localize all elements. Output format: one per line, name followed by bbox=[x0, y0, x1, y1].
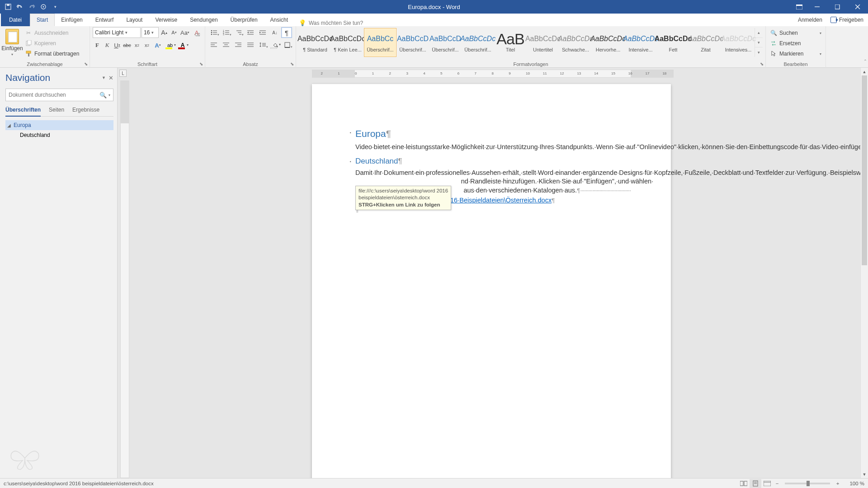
nav-search-input[interactable] bbox=[9, 92, 99, 98]
print-layout-icon[interactable] bbox=[750, 479, 761, 488]
style-item[interactable]: AaBbCcDcHervorhe... bbox=[592, 28, 624, 57]
nav-heading-europa[interactable]: ◢Europa bbox=[5, 120, 113, 130]
tab-verweise[interactable]: Verweise bbox=[149, 14, 184, 26]
style-item[interactable]: AaBbCcDcUntertitel bbox=[527, 28, 559, 57]
style-item[interactable]: AaBTitel bbox=[494, 28, 527, 57]
style-item[interactable]: AaBbCcDcZitat bbox=[689, 28, 722, 57]
dialog-launcher-icon[interactable]: ⬊ bbox=[83, 61, 89, 67]
shading-button[interactable]: ▾ bbox=[269, 40, 281, 50]
scroll-thumb[interactable] bbox=[862, 75, 867, 265]
zoom-out-button[interactable]: − bbox=[773, 481, 781, 486]
tab-einfuegen[interactable]: Einfügen bbox=[55, 14, 89, 26]
style-item[interactable]: AaBbCcDcÜberschrif... bbox=[462, 28, 494, 57]
clear-formatting-button[interactable]: A⌫ bbox=[191, 27, 202, 38]
style-item[interactable]: AaBbCcDÜberschrif... bbox=[429, 28, 462, 57]
underline-button[interactable]: U▾ bbox=[113, 40, 122, 51]
grow-font-button[interactable]: A▴ bbox=[160, 27, 169, 38]
sort-button[interactable]: A↓ bbox=[269, 28, 281, 38]
bullets-button[interactable]: ▾ bbox=[208, 28, 220, 38]
strikethrough-button[interactable]: abc bbox=[123, 40, 132, 51]
minimize-button[interactable] bbox=[807, 0, 827, 14]
show-hide-marks-button[interactable]: ¶ bbox=[281, 27, 292, 38]
nav-tab-pages[interactable]: Seiten bbox=[49, 107, 64, 116]
copy-button[interactable]: Kopieren bbox=[24, 38, 87, 48]
format-painter-button[interactable]: Format übertragen bbox=[24, 49, 87, 59]
tab-ueberpruefen[interactable]: Überprüfen bbox=[224, 14, 264, 26]
style-item[interactable]: AaBbCcDcFett bbox=[657, 28, 689, 57]
save-icon[interactable] bbox=[3, 1, 14, 12]
style-item[interactable]: AaBbCcDÜberschrif... bbox=[396, 28, 429, 57]
zoom-level[interactable]: 100 % bbox=[842, 481, 864, 486]
zoom-slider-thumb[interactable] bbox=[807, 481, 810, 486]
line-spacing-button[interactable]: ▾ bbox=[257, 40, 269, 50]
style-item[interactable]: AaBbCcDcSchwache... bbox=[559, 28, 592, 57]
increase-indent-button[interactable] bbox=[257, 28, 269, 38]
tab-entwurf[interactable]: Entwurf bbox=[89, 14, 120, 26]
qat-customize-icon[interactable]: ▾ bbox=[50, 1, 61, 12]
ribbon-display-options-icon[interactable] bbox=[792, 0, 807, 14]
horizontal-ruler[interactable]: 210123456789101112131415161718 bbox=[312, 70, 674, 78]
share-button[interactable]: Freigeben bbox=[830, 17, 863, 23]
justify-button[interactable] bbox=[245, 40, 256, 50]
zoom-in-button[interactable]: + bbox=[834, 481, 842, 486]
bold-button[interactable]: F bbox=[93, 40, 102, 51]
zoom-slider[interactable] bbox=[785, 483, 830, 484]
web-layout-icon[interactable] bbox=[761, 479, 773, 488]
font-color-button[interactable]: A▾ bbox=[177, 40, 189, 50]
cut-button[interactable]: ✂Ausschneiden bbox=[24, 28, 87, 38]
document-page[interactable]: Europa¶ Video·bietet·eine·leistungsstark… bbox=[312, 84, 671, 488]
redo-icon[interactable] bbox=[26, 1, 37, 12]
nav-options-icon[interactable]: ▼ bbox=[102, 75, 106, 80]
tab-start[interactable]: Start bbox=[30, 14, 55, 26]
align-left-button[interactable] bbox=[208, 40, 220, 50]
nav-heading-deutschland[interactable]: Deutschland bbox=[5, 130, 113, 140]
dialog-launcher-icon[interactable]: ⬊ bbox=[289, 61, 295, 67]
font-name-combo[interactable]: Calibri Light▾ bbox=[93, 27, 141, 38]
style-item[interactable]: AaBbCcÜberschrif... bbox=[364, 28, 396, 57]
vertical-scrollbar[interactable]: ▲ ▼ bbox=[860, 68, 868, 478]
scroll-down-icon[interactable]: ▼ bbox=[861, 470, 868, 478]
file-tab[interactable]: Datei bbox=[1, 14, 30, 26]
read-mode-icon[interactable] bbox=[738, 479, 750, 488]
style-item[interactable]: AaBbCcDc¶ Kein Lee... bbox=[331, 28, 364, 57]
dialog-launcher-icon[interactable]: ⬊ bbox=[759, 61, 764, 67]
text-effects-button[interactable]: A▾ bbox=[152, 40, 163, 51]
change-case-button[interactable]: Aa▾ bbox=[179, 27, 190, 38]
replace-button[interactable]: Ersetzen bbox=[769, 38, 823, 48]
italic-button[interactable]: K bbox=[103, 40, 112, 51]
scroll-up-icon[interactable]: ▲ bbox=[861, 68, 868, 75]
search-icon[interactable]: 🔍 bbox=[99, 92, 107, 99]
tab-ansicht[interactable]: Ansicht bbox=[264, 14, 294, 26]
styles-more-button[interactable]: ▴▾▾ bbox=[755, 28, 763, 57]
align-right-button[interactable] bbox=[232, 40, 244, 50]
collapse-ribbon-icon[interactable]: ˆ bbox=[864, 59, 866, 66]
tab-sendungen[interactable]: Sendungen bbox=[184, 14, 224, 26]
style-item[interactable]: AaBbCcDc¶ Standard bbox=[299, 28, 331, 57]
maximize-button[interactable] bbox=[827, 0, 848, 14]
search-options-icon[interactable]: ▾ bbox=[108, 93, 110, 97]
tell-me-search[interactable]: 💡 Was möchten Sie tun? bbox=[299, 19, 363, 26]
highlight-button[interactable]: ab▾ bbox=[164, 40, 176, 50]
nav-tab-headings[interactable]: Überschriften bbox=[5, 107, 41, 117]
tab-layout[interactable]: Layout bbox=[120, 14, 149, 26]
multilevel-list-button[interactable]: ▾ bbox=[232, 28, 244, 38]
dialog-launcher-icon[interactable]: ⬊ bbox=[198, 61, 204, 67]
shrink-font-button[interactable]: A▾ bbox=[170, 27, 179, 38]
decrease-indent-button[interactable] bbox=[245, 28, 256, 38]
select-button[interactable]: Markieren▾ bbox=[769, 49, 823, 59]
touch-mode-icon[interactable] bbox=[38, 1, 49, 12]
font-size-combo[interactable]: 16▾ bbox=[142, 27, 159, 38]
collapse-icon[interactable]: ◢ bbox=[7, 123, 14, 128]
subscript-button[interactable]: x2 bbox=[132, 40, 142, 51]
tab-selector-icon[interactable]: L bbox=[119, 70, 127, 77]
close-button[interactable] bbox=[848, 0, 868, 14]
align-center-button[interactable] bbox=[220, 40, 232, 50]
nav-search-box[interactable]: 🔍 ▾ bbox=[5, 89, 113, 101]
numbering-button[interactable]: 123▾ bbox=[220, 28, 232, 38]
nav-close-icon[interactable]: ✕ bbox=[108, 75, 113, 81]
find-button[interactable]: 🔍Suchen▾ bbox=[769, 28, 823, 38]
style-item[interactable]: AaBbCcDcIntensive... bbox=[624, 28, 657, 57]
sign-in-link[interactable]: Anmelden bbox=[798, 17, 822, 23]
vertical-ruler[interactable] bbox=[120, 80, 129, 478]
paste-button[interactable]: Einfügen ▾ bbox=[3, 27, 22, 56]
